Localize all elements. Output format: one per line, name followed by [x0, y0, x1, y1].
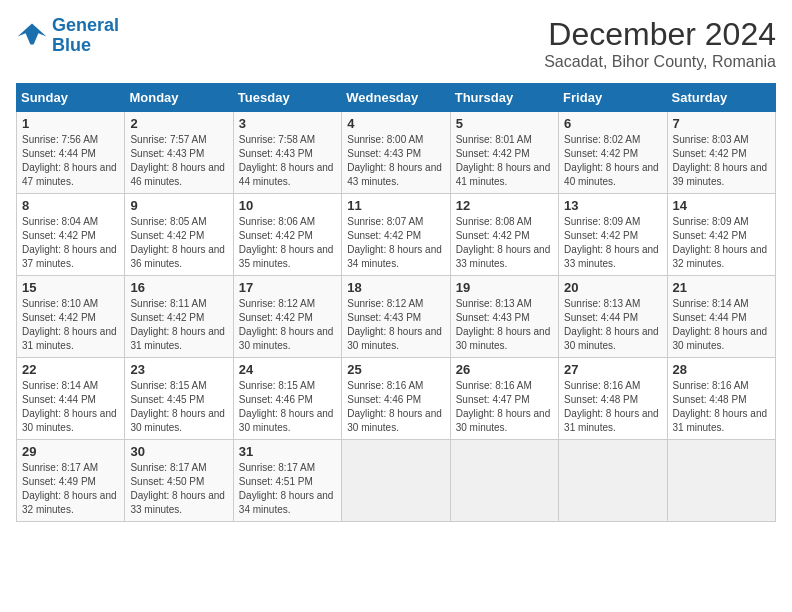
page-header: General Blue December 2024 Sacadat, Biho… — [16, 16, 776, 71]
day-detail: Sunrise: 8:12 AMSunset: 4:42 PMDaylight:… — [239, 297, 336, 353]
calendar-cell: 6Sunrise: 8:02 AMSunset: 4:42 PMDaylight… — [559, 112, 667, 194]
calendar-cell: 14Sunrise: 8:09 AMSunset: 4:42 PMDayligh… — [667, 194, 775, 276]
column-header-monday: Monday — [125, 84, 233, 112]
day-detail: Sunrise: 8:15 AMSunset: 4:45 PMDaylight:… — [130, 379, 227, 435]
title-block: December 2024 Sacadat, Bihor County, Rom… — [544, 16, 776, 71]
calendar-cell — [450, 440, 558, 522]
day-number: 3 — [239, 116, 336, 131]
calendar-header: SundayMondayTuesdayWednesdayThursdayFrid… — [17, 84, 776, 112]
day-detail: Sunrise: 8:17 AMSunset: 4:49 PMDaylight:… — [22, 461, 119, 517]
day-detail: Sunrise: 8:04 AMSunset: 4:42 PMDaylight:… — [22, 215, 119, 271]
day-detail: Sunrise: 8:09 AMSunset: 4:42 PMDaylight:… — [673, 215, 770, 271]
calendar-week-4: 22Sunrise: 8:14 AMSunset: 4:44 PMDayligh… — [17, 358, 776, 440]
column-header-wednesday: Wednesday — [342, 84, 450, 112]
calendar-cell: 20Sunrise: 8:13 AMSunset: 4:44 PMDayligh… — [559, 276, 667, 358]
column-header-tuesday: Tuesday — [233, 84, 341, 112]
day-number: 8 — [22, 198, 119, 213]
day-detail: Sunrise: 8:02 AMSunset: 4:42 PMDaylight:… — [564, 133, 661, 189]
day-number: 10 — [239, 198, 336, 213]
day-number: 25 — [347, 362, 444, 377]
day-number: 17 — [239, 280, 336, 295]
day-detail: Sunrise: 8:16 AMSunset: 4:48 PMDaylight:… — [673, 379, 770, 435]
day-number: 9 — [130, 198, 227, 213]
calendar-cell: 12Sunrise: 8:08 AMSunset: 4:42 PMDayligh… — [450, 194, 558, 276]
day-detail: Sunrise: 8:16 AMSunset: 4:47 PMDaylight:… — [456, 379, 553, 435]
calendar-cell: 17Sunrise: 8:12 AMSunset: 4:42 PMDayligh… — [233, 276, 341, 358]
day-detail: Sunrise: 8:05 AMSunset: 4:42 PMDaylight:… — [130, 215, 227, 271]
day-detail: Sunrise: 8:15 AMSunset: 4:46 PMDaylight:… — [239, 379, 336, 435]
day-number: 22 — [22, 362, 119, 377]
day-number: 5 — [456, 116, 553, 131]
column-header-saturday: Saturday — [667, 84, 775, 112]
calendar-cell: 5Sunrise: 8:01 AMSunset: 4:42 PMDaylight… — [450, 112, 558, 194]
calendar-cell — [667, 440, 775, 522]
logo: General Blue — [16, 16, 119, 56]
calendar-cell: 1Sunrise: 7:56 AMSunset: 4:44 PMDaylight… — [17, 112, 125, 194]
calendar-week-3: 15Sunrise: 8:10 AMSunset: 4:42 PMDayligh… — [17, 276, 776, 358]
day-number: 29 — [22, 444, 119, 459]
day-detail: Sunrise: 8:10 AMSunset: 4:42 PMDaylight:… — [22, 297, 119, 353]
calendar-cell: 21Sunrise: 8:14 AMSunset: 4:44 PMDayligh… — [667, 276, 775, 358]
calendar-cell: 2Sunrise: 7:57 AMSunset: 4:43 PMDaylight… — [125, 112, 233, 194]
day-detail: Sunrise: 8:03 AMSunset: 4:42 PMDaylight:… — [673, 133, 770, 189]
calendar-cell: 18Sunrise: 8:12 AMSunset: 4:43 PMDayligh… — [342, 276, 450, 358]
calendar-cell: 31Sunrise: 8:17 AMSunset: 4:51 PMDayligh… — [233, 440, 341, 522]
day-number: 28 — [673, 362, 770, 377]
day-detail: Sunrise: 8:14 AMSunset: 4:44 PMDaylight:… — [673, 297, 770, 353]
day-detail: Sunrise: 8:13 AMSunset: 4:44 PMDaylight:… — [564, 297, 661, 353]
calendar-cell: 24Sunrise: 8:15 AMSunset: 4:46 PMDayligh… — [233, 358, 341, 440]
calendar-cell: 19Sunrise: 8:13 AMSunset: 4:43 PMDayligh… — [450, 276, 558, 358]
calendar-table: SundayMondayTuesdayWednesdayThursdayFrid… — [16, 83, 776, 522]
calendar-cell: 22Sunrise: 8:14 AMSunset: 4:44 PMDayligh… — [17, 358, 125, 440]
day-number: 27 — [564, 362, 661, 377]
day-number: 20 — [564, 280, 661, 295]
day-detail: Sunrise: 8:16 AMSunset: 4:48 PMDaylight:… — [564, 379, 661, 435]
day-detail: Sunrise: 8:14 AMSunset: 4:44 PMDaylight:… — [22, 379, 119, 435]
day-number: 11 — [347, 198, 444, 213]
calendar-cell: 30Sunrise: 8:17 AMSunset: 4:50 PMDayligh… — [125, 440, 233, 522]
calendar-week-1: 1Sunrise: 7:56 AMSunset: 4:44 PMDaylight… — [17, 112, 776, 194]
day-detail: Sunrise: 8:16 AMSunset: 4:46 PMDaylight:… — [347, 379, 444, 435]
day-number: 31 — [239, 444, 336, 459]
day-number: 6 — [564, 116, 661, 131]
day-number: 18 — [347, 280, 444, 295]
day-number: 7 — [673, 116, 770, 131]
calendar-cell: 16Sunrise: 8:11 AMSunset: 4:42 PMDayligh… — [125, 276, 233, 358]
day-number: 14 — [673, 198, 770, 213]
svg-marker-0 — [18, 23, 47, 44]
calendar-cell: 28Sunrise: 8:16 AMSunset: 4:48 PMDayligh… — [667, 358, 775, 440]
column-header-sunday: Sunday — [17, 84, 125, 112]
calendar-cell: 26Sunrise: 8:16 AMSunset: 4:47 PMDayligh… — [450, 358, 558, 440]
day-detail: Sunrise: 8:07 AMSunset: 4:42 PMDaylight:… — [347, 215, 444, 271]
calendar-cell: 29Sunrise: 8:17 AMSunset: 4:49 PMDayligh… — [17, 440, 125, 522]
calendar-cell: 10Sunrise: 8:06 AMSunset: 4:42 PMDayligh… — [233, 194, 341, 276]
calendar-week-2: 8Sunrise: 8:04 AMSunset: 4:42 PMDaylight… — [17, 194, 776, 276]
day-detail: Sunrise: 8:08 AMSunset: 4:42 PMDaylight:… — [456, 215, 553, 271]
day-number: 12 — [456, 198, 553, 213]
day-number: 23 — [130, 362, 227, 377]
column-header-friday: Friday — [559, 84, 667, 112]
calendar-cell — [342, 440, 450, 522]
page-subtitle: Sacadat, Bihor County, Romania — [544, 53, 776, 71]
day-number: 15 — [22, 280, 119, 295]
page-title: December 2024 — [544, 16, 776, 53]
day-number: 24 — [239, 362, 336, 377]
day-detail: Sunrise: 8:01 AMSunset: 4:42 PMDaylight:… — [456, 133, 553, 189]
calendar-body: 1Sunrise: 7:56 AMSunset: 4:44 PMDaylight… — [17, 112, 776, 522]
day-detail: Sunrise: 8:12 AMSunset: 4:43 PMDaylight:… — [347, 297, 444, 353]
day-number: 16 — [130, 280, 227, 295]
day-detail: Sunrise: 8:17 AMSunset: 4:50 PMDaylight:… — [130, 461, 227, 517]
day-detail: Sunrise: 7:58 AMSunset: 4:43 PMDaylight:… — [239, 133, 336, 189]
day-detail: Sunrise: 8:17 AMSunset: 4:51 PMDaylight:… — [239, 461, 336, 517]
logo-text: General Blue — [52, 16, 119, 56]
day-detail: Sunrise: 8:09 AMSunset: 4:42 PMDaylight:… — [564, 215, 661, 271]
calendar-cell: 27Sunrise: 8:16 AMSunset: 4:48 PMDayligh… — [559, 358, 667, 440]
day-detail: Sunrise: 8:13 AMSunset: 4:43 PMDaylight:… — [456, 297, 553, 353]
calendar-cell: 13Sunrise: 8:09 AMSunset: 4:42 PMDayligh… — [559, 194, 667, 276]
day-detail: Sunrise: 7:56 AMSunset: 4:44 PMDaylight:… — [22, 133, 119, 189]
day-number: 26 — [456, 362, 553, 377]
day-number: 13 — [564, 198, 661, 213]
calendar-week-5: 29Sunrise: 8:17 AMSunset: 4:49 PMDayligh… — [17, 440, 776, 522]
calendar-cell: 8Sunrise: 8:04 AMSunset: 4:42 PMDaylight… — [17, 194, 125, 276]
day-number: 30 — [130, 444, 227, 459]
